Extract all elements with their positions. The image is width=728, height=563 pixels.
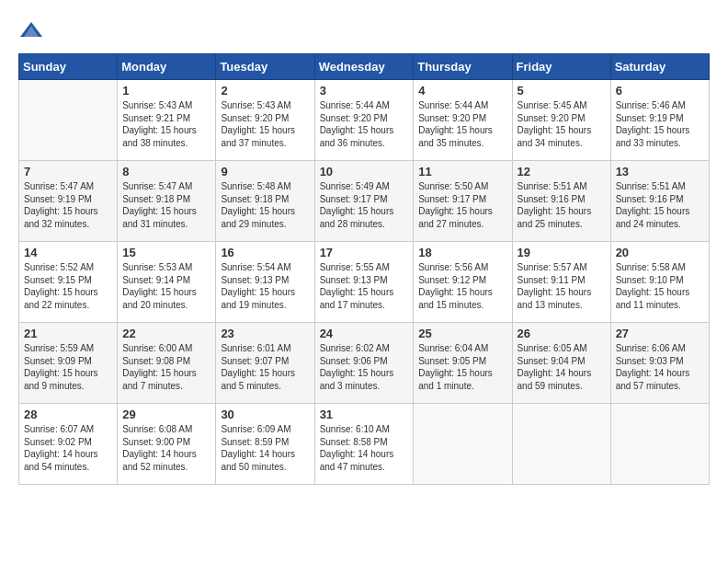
day-info: Sunrise: 5:53 AM Sunset: 9:14 PM Dayligh…	[122, 261, 210, 311]
weekday-row: SundayMondayTuesdayWednesdayThursdayFrid…	[19, 54, 710, 80]
day-number: 11	[418, 165, 506, 178]
day-info: Sunrise: 5:43 AM Sunset: 9:20 PM Dayligh…	[221, 99, 309, 149]
calendar-cell: 26Sunrise: 6:05 AM Sunset: 9:04 PM Dayli…	[512, 323, 610, 404]
day-number: 6	[616, 84, 704, 98]
logo	[18, 18, 48, 44]
day-info: Sunrise: 6:01 AM Sunset: 9:07 PM Dayligh…	[221, 342, 309, 392]
calendar-cell: 20Sunrise: 5:58 AM Sunset: 9:10 PM Dayli…	[610, 242, 709, 323]
day-info: Sunrise: 5:52 AM Sunset: 9:15 PM Dayligh…	[24, 261, 112, 311]
day-number: 27	[616, 327, 704, 340]
day-number: 4	[418, 84, 506, 98]
day-number: 29	[122, 408, 210, 421]
day-number: 30	[221, 408, 309, 421]
day-info: Sunrise: 5:54 AM Sunset: 9:13 PM Dayligh…	[221, 261, 309, 311]
calendar-cell: 15Sunrise: 5:53 AM Sunset: 9:14 PM Dayli…	[118, 242, 216, 323]
calendar-cell	[512, 404, 610, 485]
calendar-cell: 13Sunrise: 5:51 AM Sunset: 9:16 PM Dayli…	[610, 161, 709, 242]
calendar-cell: 17Sunrise: 5:55 AM Sunset: 9:13 PM Dayli…	[314, 242, 414, 323]
day-number: 9	[221, 165, 309, 178]
calendar-header: SundayMondayTuesdayWednesdayThursdayFrid…	[19, 54, 710, 80]
day-number: 17	[320, 246, 409, 259]
day-number: 10	[320, 165, 409, 178]
calendar-cell: 19Sunrise: 5:57 AM Sunset: 9:11 PM Dayli…	[512, 242, 610, 323]
day-info: Sunrise: 5:59 AM Sunset: 9:09 PM Dayligh…	[24, 342, 112, 392]
calendar-cell: 23Sunrise: 6:01 AM Sunset: 9:07 PM Dayli…	[216, 323, 314, 404]
day-number: 24	[320, 327, 409, 340]
calendar-cell: 31Sunrise: 6:10 AM Sunset: 8:58 PM Dayli…	[314, 404, 414, 485]
day-info: Sunrise: 5:57 AM Sunset: 9:11 PM Dayligh…	[518, 261, 606, 311]
day-info: Sunrise: 5:47 AM Sunset: 9:18 PM Dayligh…	[122, 180, 210, 230]
calendar-cell: 2Sunrise: 5:43 AM Sunset: 9:20 PM Daylig…	[216, 80, 314, 161]
calendar-cell: 25Sunrise: 6:04 AM Sunset: 9:05 PM Dayli…	[414, 323, 512, 404]
day-number: 12	[518, 165, 606, 178]
calendar-cell	[414, 404, 512, 485]
calendar-cell: 28Sunrise: 6:07 AM Sunset: 9:02 PM Dayli…	[19, 404, 118, 485]
calendar-cell: 9Sunrise: 5:48 AM Sunset: 9:18 PM Daylig…	[216, 161, 314, 242]
calendar-week-row: 28Sunrise: 6:07 AM Sunset: 9:02 PM Dayli…	[19, 404, 710, 485]
day-info: Sunrise: 5:45 AM Sunset: 9:20 PM Dayligh…	[518, 99, 606, 149]
calendar-cell: 10Sunrise: 5:49 AM Sunset: 9:17 PM Dayli…	[314, 161, 414, 242]
day-number: 7	[24, 165, 112, 178]
weekday-header-thursday: Thursday	[414, 54, 512, 80]
day-number: 3	[320, 84, 409, 98]
calendar-cell: 16Sunrise: 5:54 AM Sunset: 9:13 PM Dayli…	[216, 242, 314, 323]
calendar-cell: 5Sunrise: 5:45 AM Sunset: 9:20 PM Daylig…	[512, 80, 610, 161]
calendar-table: SundayMondayTuesdayWednesdayThursdayFrid…	[18, 53, 710, 485]
day-number: 16	[221, 246, 309, 259]
day-number: 23	[221, 327, 309, 340]
calendar-cell: 8Sunrise: 5:47 AM Sunset: 9:18 PM Daylig…	[118, 161, 216, 242]
calendar-cell: 14Sunrise: 5:52 AM Sunset: 9:15 PM Dayli…	[19, 242, 118, 323]
day-number: 25	[418, 327, 506, 340]
calendar-cell: 29Sunrise: 6:08 AM Sunset: 9:00 PM Dayli…	[118, 404, 216, 485]
day-info: Sunrise: 5:51 AM Sunset: 9:16 PM Dayligh…	[616, 180, 704, 230]
calendar-cell: 12Sunrise: 5:51 AM Sunset: 9:16 PM Dayli…	[512, 161, 610, 242]
weekday-header-wednesday: Wednesday	[314, 54, 414, 80]
calendar-cell	[19, 80, 118, 161]
calendar-cell: 24Sunrise: 6:02 AM Sunset: 9:06 PM Dayli…	[314, 323, 414, 404]
day-number: 19	[518, 246, 606, 259]
day-info: Sunrise: 5:50 AM Sunset: 9:17 PM Dayligh…	[418, 180, 506, 230]
day-info: Sunrise: 6:09 AM Sunset: 8:59 PM Dayligh…	[221, 423, 309, 473]
day-number: 20	[616, 246, 704, 259]
calendar-week-row: 7Sunrise: 5:47 AM Sunset: 9:19 PM Daylig…	[19, 161, 710, 242]
weekday-header-saturday: Saturday	[610, 54, 709, 80]
day-info: Sunrise: 6:02 AM Sunset: 9:06 PM Dayligh…	[320, 342, 409, 392]
calendar-body: 1Sunrise: 5:43 AM Sunset: 9:21 PM Daylig…	[19, 80, 710, 485]
day-number: 2	[221, 84, 309, 98]
weekday-header-sunday: Sunday	[19, 54, 118, 80]
day-info: Sunrise: 5:56 AM Sunset: 9:12 PM Dayligh…	[418, 261, 506, 311]
day-info: Sunrise: 5:49 AM Sunset: 9:17 PM Dayligh…	[320, 180, 409, 230]
calendar-cell: 27Sunrise: 6:06 AM Sunset: 9:03 PM Dayli…	[610, 323, 709, 404]
day-number: 22	[122, 327, 210, 340]
day-info: Sunrise: 5:58 AM Sunset: 9:10 PM Dayligh…	[616, 261, 704, 311]
day-info: Sunrise: 6:06 AM Sunset: 9:03 PM Dayligh…	[616, 342, 704, 392]
calendar-cell: 18Sunrise: 5:56 AM Sunset: 9:12 PM Dayli…	[414, 242, 512, 323]
day-info: Sunrise: 5:46 AM Sunset: 9:19 PM Dayligh…	[616, 99, 704, 149]
day-info: Sunrise: 6:00 AM Sunset: 9:08 PM Dayligh…	[122, 342, 210, 392]
day-info: Sunrise: 5:44 AM Sunset: 9:20 PM Dayligh…	[418, 99, 506, 149]
calendar-week-row: 14Sunrise: 5:52 AM Sunset: 9:15 PM Dayli…	[19, 242, 710, 323]
calendar-cell: 11Sunrise: 5:50 AM Sunset: 9:17 PM Dayli…	[414, 161, 512, 242]
day-number: 31	[320, 408, 409, 421]
day-number: 15	[122, 246, 210, 259]
weekday-header-monday: Monday	[118, 54, 216, 80]
day-info: Sunrise: 5:44 AM Sunset: 9:20 PM Dayligh…	[320, 99, 409, 149]
day-number: 26	[518, 327, 606, 340]
calendar-cell: 6Sunrise: 5:46 AM Sunset: 9:19 PM Daylig…	[610, 80, 709, 161]
day-info: Sunrise: 5:43 AM Sunset: 9:21 PM Dayligh…	[122, 99, 210, 149]
day-number: 14	[24, 246, 112, 259]
day-number: 28	[24, 408, 112, 421]
day-number: 13	[616, 165, 704, 178]
calendar-week-row: 21Sunrise: 5:59 AM Sunset: 9:09 PM Dayli…	[19, 323, 710, 404]
calendar-cell: 7Sunrise: 5:47 AM Sunset: 9:19 PM Daylig…	[19, 161, 118, 242]
calendar-cell	[610, 404, 709, 485]
calendar-cell: 22Sunrise: 6:00 AM Sunset: 9:08 PM Dayli…	[118, 323, 216, 404]
day-info: Sunrise: 6:04 AM Sunset: 9:05 PM Dayligh…	[418, 342, 506, 392]
day-info: Sunrise: 6:05 AM Sunset: 9:04 PM Dayligh…	[518, 342, 606, 392]
calendar-cell: 4Sunrise: 5:44 AM Sunset: 9:20 PM Daylig…	[414, 80, 512, 161]
day-info: Sunrise: 5:51 AM Sunset: 9:16 PM Dayligh…	[518, 180, 606, 230]
calendar-cell: 1Sunrise: 5:43 AM Sunset: 9:21 PM Daylig…	[118, 80, 216, 161]
day-number: 5	[518, 84, 606, 98]
calendar-cell: 3Sunrise: 5:44 AM Sunset: 9:20 PM Daylig…	[314, 80, 414, 161]
day-number: 8	[122, 165, 210, 178]
